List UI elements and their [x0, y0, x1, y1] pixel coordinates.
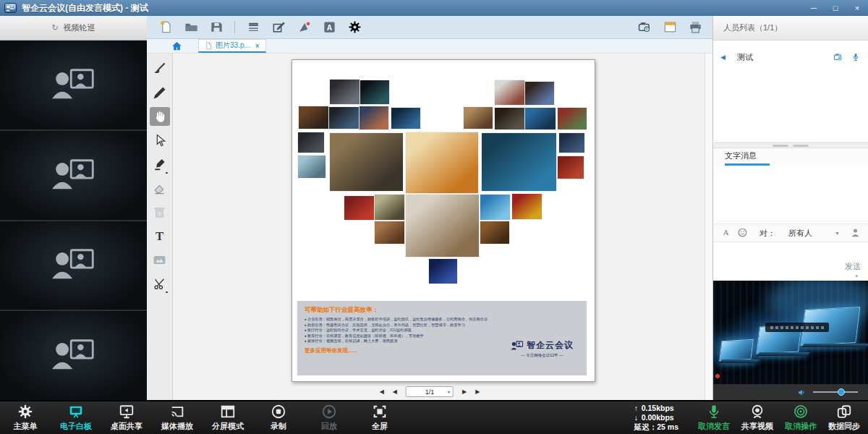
video-slot[interactable] — [0, 131, 147, 220]
tool-image[interactable] — [150, 248, 170, 272]
bottombar-取消发言[interactable]: 取消发言 — [697, 404, 731, 432]
chat-toolbar: A 对： 所有人 ▼ — [713, 224, 868, 242]
collage-photo — [495, 80, 524, 105]
private-chat-person-icon[interactable] — [850, 227, 861, 239]
submenu-dot — [166, 292, 168, 294]
whiteboard-canvas[interactable]: T 可帮助如下行业提高效率： 企业应用：销售例会，高层决策会，财务软件培训，远程… — [147, 54, 712, 400]
download-arrow-icon: ↓ — [634, 413, 642, 422]
home-tab-button[interactable] — [171, 39, 182, 53]
bottombar-桌面共享[interactable]: 桌面共享 — [110, 404, 143, 432]
volume-slider[interactable] — [813, 391, 858, 393]
settings-gear-button[interactable] — [347, 20, 362, 35]
video-slot[interactable] — [0, 311, 147, 400]
video-slot[interactable] — [0, 221, 147, 310]
roster-user-row[interactable]: ◀ 测试 — [713, 45, 868, 69]
logo-person-screen-icon — [511, 341, 524, 350]
lines-button[interactable] — [246, 20, 260, 35]
industry-bullet-list: 企业应用：销售例会，高层决策会，财务软件培训，远程面试，远程售后维修服务，公司周… — [305, 317, 494, 344]
page-icon — [205, 42, 213, 50]
chat-input-area[interactable]: 发送 ▾ — [713, 242, 868, 281]
whiteboard-main: A 图片33.p... × T 可帮助如下行业提高效率： — [147, 16, 712, 400]
titlebar: 智企云会议(自由发言模式) - 测试 ─ □ × — [0, 0, 868, 16]
tool-cursor[interactable] — [150, 129, 170, 153]
emoji-button[interactable] — [737, 227, 748, 239]
submenu-dot — [166, 172, 168, 174]
bottombar-回放[interactable]: 回放 — [312, 404, 346, 432]
network-stats: ↑0.15kbps ↓0.00kbps 延迟：25 ms — [634, 404, 678, 432]
toolbar-right-group — [637, 20, 702, 35]
minimize-button[interactable]: ─ — [803, 0, 825, 16]
person-screen-icon — [52, 67, 95, 103]
user-camera-icon[interactable] — [834, 53, 844, 61]
prev-page-button[interactable]: ◀ — [393, 388, 397, 395]
collage-photo — [406, 132, 478, 193]
bottombar-主菜单[interactable]: 主菜单 — [9, 404, 42, 432]
svg-text:T: T — [156, 229, 163, 243]
app-logo-icon — [4, 3, 17, 13]
first-page-button[interactable]: ◀ — [380, 388, 384, 395]
collage-photo — [558, 156, 584, 179]
snapshot-camera-button[interactable] — [637, 20, 652, 35]
video-slot[interactable] — [0, 41, 147, 129]
tool-hand[interactable] — [150, 107, 170, 126]
open-folder-button[interactable] — [184, 20, 198, 35]
font-style-button[interactable]: A — [720, 227, 731, 239]
vertical-scrollbar[interactable] — [705, 54, 712, 400]
bottombar-录制[interactable]: 录制 — [262, 404, 295, 432]
industry-bullet: 政府应用：电视电话会议，应急指挥，无纸化办公，单兵作战，智慧社区，智慧城市，政策… — [305, 323, 494, 328]
audience-caret-icon[interactable]: ▼ — [835, 231, 840, 236]
sync-link-icon — [836, 404, 852, 420]
tool-brush[interactable] — [150, 57, 170, 81]
text-box-button[interactable]: A — [322, 20, 336, 35]
collage-photo — [375, 195, 404, 220]
printer-button[interactable] — [688, 20, 702, 35]
tool-trash[interactable] — [150, 200, 170, 224]
video-rotation-header[interactable]: ↻ 视频轮巡 — [0, 16, 147, 41]
page-select[interactable]: 1/1 ▾ — [406, 386, 454, 397]
tool-cut[interactable] — [150, 272, 170, 296]
industry-bullet: 医疗行业：远程协同会议，学术交流，远程会诊，ICU远程探视 — [305, 328, 494, 333]
bottombar-分屏模式[interactable]: 分屏模式 — [211, 404, 244, 432]
save-button[interactable] — [209, 20, 224, 35]
collage-photo — [480, 195, 510, 220]
tab-image33[interactable]: 图片33.p... × — [198, 39, 266, 53]
local-video-preview[interactable] — [713, 281, 868, 400]
bottombar-媒体播放[interactable]: 媒体播放 — [161, 404, 194, 432]
tool-text[interactable]: T — [150, 224, 170, 248]
bottombar-共享视频[interactable]: 共享视频 — [741, 404, 774, 432]
rotate-icon: ↻ — [51, 23, 58, 33]
laser-pointer-button[interactable] — [297, 20, 311, 35]
chat-message-area[interactable] — [713, 166, 868, 224]
latency-value: 延迟：25 ms — [634, 422, 678, 432]
chat-audience-select[interactable]: 所有人 — [788, 228, 812, 239]
bottombar-电子白板[interactable]: 电子白板 — [59, 404, 93, 432]
collage-photo — [429, 259, 457, 284]
next-page-button[interactable]: ▶ — [462, 388, 467, 395]
user-mic-icon[interactable] — [851, 53, 861, 61]
send-button[interactable]: 发送 — [845, 261, 861, 272]
volume-slider-thumb[interactable] — [838, 388, 845, 396]
gear-icon — [17, 404, 33, 420]
bottombar-数据同步[interactable]: 数据同步 — [827, 404, 861, 432]
tool-marker[interactable] — [150, 153, 170, 176]
person-screen-icon — [52, 158, 95, 193]
chat-tab[interactable]: 文字消息 — [713, 148, 868, 166]
bottombar-取消操作[interactable]: 取消操作 — [784, 404, 817, 432]
new-doc-button[interactable] — [158, 20, 173, 35]
window-share-button[interactable] — [663, 20, 677, 35]
tab-close-icon[interactable]: × — [255, 42, 260, 50]
close-button[interactable]: × — [846, 0, 868, 16]
speaker-icon[interactable] — [796, 388, 807, 397]
bottombar-全屏[interactable]: 全屏 — [363, 404, 396, 432]
tool-pen[interactable] — [150, 81, 170, 105]
bottombar-label: 电子白板 — [60, 421, 92, 432]
send-caret-icon[interactable]: ▾ — [855, 273, 858, 279]
tool-eraser[interactable] — [150, 176, 170, 200]
edit-pen-button[interactable] — [271, 20, 286, 35]
maximize-button[interactable]: □ — [825, 0, 846, 16]
collage-photo — [359, 106, 388, 129]
collage-photo — [464, 107, 493, 129]
last-page-button[interactable]: ▶ — [475, 388, 480, 395]
person-screen-icon — [52, 338, 95, 373]
panel-splitter[interactable] — [713, 142, 868, 148]
